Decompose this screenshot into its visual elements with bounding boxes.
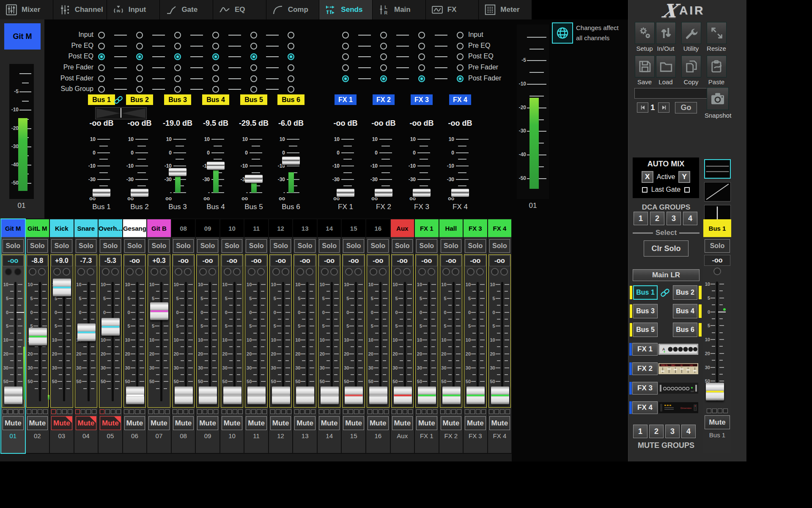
channel-fader-handle[interactable] bbox=[77, 323, 96, 341]
bus-tap-radio-bus-3-input[interactable] bbox=[174, 32, 181, 39]
changes-affect-all-button[interactable] bbox=[552, 22, 573, 44]
bus-tap-radio-bus-5-post-fader[interactable] bbox=[250, 75, 257, 82]
channel-knob[interactable] bbox=[713, 268, 721, 275]
bus-tap-radio-bus-6-sub-group[interactable] bbox=[288, 86, 294, 93]
select-fx-button-fx-4[interactable]: FX 4 bbox=[632, 401, 658, 414]
automix-y-button[interactable]: Y bbox=[678, 171, 690, 183]
channel-name-11[interactable]: 11 bbox=[244, 219, 268, 237]
fx-tap-radio-fx-4-post-eq[interactable] bbox=[457, 53, 464, 60]
tool-utility-button[interactable] bbox=[681, 22, 701, 44]
tab-comp[interactable]: Comp bbox=[266, 0, 320, 19]
channel-knob[interactable] bbox=[233, 268, 241, 276]
mute-group-indicator-4[interactable] bbox=[408, 409, 413, 414]
channel-fader-handle[interactable] bbox=[272, 387, 290, 404]
channel-fader-handle[interactable] bbox=[345, 387, 363, 404]
channel-knob[interactable] bbox=[354, 268, 362, 276]
channel-knob[interactable] bbox=[345, 268, 353, 276]
channel-fader-handle[interactable] bbox=[394, 387, 412, 404]
view-thumbnail-curve[interactable] bbox=[704, 182, 731, 202]
mute-group-indicator-4[interactable] bbox=[457, 409, 461, 414]
mute-group-indicator-1[interactable] bbox=[27, 409, 31, 414]
channel-knob[interactable] bbox=[135, 268, 143, 276]
mute-button-fx-3[interactable]: Mute bbox=[465, 416, 486, 430]
solo-button-bus-1[interactable]: Solo bbox=[705, 239, 730, 253]
mute-button-gesang[interactable]: Mute bbox=[124, 416, 145, 430]
fx-tap-radio-fx-2-post-eq[interactable] bbox=[380, 53, 387, 60]
mute-group-indicator-4[interactable] bbox=[140, 409, 145, 414]
select-fx-button-fx-2[interactable]: FX 2 bbox=[632, 362, 658, 375]
select-bus-button-bus-5[interactable]: Bus 5 bbox=[633, 323, 658, 337]
mute-group-indicator-3[interactable] bbox=[403, 409, 407, 414]
channel-knob[interactable] bbox=[403, 268, 411, 276]
channel-knob[interactable] bbox=[428, 268, 435, 276]
channel-knob[interactable] bbox=[491, 268, 499, 276]
send-destination-fx-4[interactable]: FX 4 bbox=[449, 94, 471, 105]
solo-button-12[interactable]: Solo bbox=[270, 239, 291, 253]
bus-tap-radio-bus-4-sub-group[interactable] bbox=[212, 86, 219, 93]
tab-meter[interactable]: Meter bbox=[479, 0, 532, 19]
fx-rack-thumbnail-fx-4[interactable]: Dimension bbox=[658, 402, 698, 413]
channel-knob[interactable] bbox=[29, 268, 36, 276]
mute-group-indicator-1[interactable] bbox=[489, 409, 494, 414]
channel-name-git-m[interactable]: Git M bbox=[1, 219, 25, 237]
channel-fader-handle[interactable] bbox=[53, 279, 71, 296]
channel-name-15[interactable]: 15 bbox=[342, 219, 365, 237]
mute-group-indicator-1[interactable] bbox=[465, 409, 469, 414]
bus-tap-radio-bus-2-post-fader[interactable] bbox=[136, 75, 143, 82]
bus-tap-radio-bus-3-pre-fader[interactable] bbox=[174, 64, 181, 71]
fx-tap-radio-fx-3-post-fader[interactable] bbox=[418, 75, 425, 82]
solo-button-fx-4[interactable]: Solo bbox=[489, 239, 510, 253]
channel-knob[interactable] bbox=[248, 268, 255, 276]
fx-rack-thumbnail-fx-2[interactable]: PRE DLDECHILVL bbox=[658, 363, 698, 374]
channel-knob[interactable] bbox=[53, 268, 61, 276]
mute-group-indicator-1[interactable] bbox=[416, 409, 421, 414]
send-destination-bus-2[interactable]: Bus 2 bbox=[126, 94, 153, 105]
mute-group-indicator-2[interactable] bbox=[178, 409, 183, 414]
mute-group-indicator-3[interactable] bbox=[718, 409, 722, 413]
mute-group-indicator-4[interactable] bbox=[311, 409, 315, 414]
send-destination-fx-1[interactable]: FX 1 bbox=[335, 94, 357, 105]
mute-group-indicator-3[interactable] bbox=[379, 409, 383, 414]
mute-group-indicator-2[interactable] bbox=[446, 409, 450, 414]
mute-group-indicator-1[interactable] bbox=[707, 409, 711, 413]
mute-group-button-1[interactable]: 1 bbox=[633, 425, 647, 438]
mute-group-indicator-4[interactable] bbox=[189, 409, 194, 414]
select-fx-button-fx-1[interactable]: FX 1 bbox=[632, 343, 658, 356]
channel-knob[interactable] bbox=[102, 268, 110, 276]
fx-tap-radio-fx-4-pre-fader[interactable] bbox=[457, 64, 464, 71]
send-fader-handle[interactable] bbox=[207, 162, 225, 170]
mute-group-indicator-3[interactable] bbox=[184, 409, 188, 414]
channel-knob[interactable] bbox=[272, 268, 280, 276]
mute-group-indicator-4[interactable] bbox=[68, 409, 72, 414]
channel-fader-handle[interactable] bbox=[247, 387, 266, 404]
solo-button-git-b[interactable]: Solo bbox=[148, 239, 170, 253]
channel-knob[interactable] bbox=[151, 268, 158, 276]
dca-group-button-4[interactable]: 4 bbox=[683, 212, 697, 225]
channel-knob[interactable] bbox=[184, 268, 192, 276]
mute-button-git-m[interactable]: Mute bbox=[3, 416, 24, 430]
mute-group-indicator-4[interactable] bbox=[359, 409, 364, 414]
view-thumbnail-meters[interactable] bbox=[704, 159, 731, 179]
channel-name-snare[interactable]: Snare bbox=[74, 219, 98, 237]
channel-knob[interactable] bbox=[87, 268, 94, 276]
mute-group-indicator-3[interactable] bbox=[476, 409, 480, 414]
bus-tap-radio-bus-1-post-fader[interactable] bbox=[98, 75, 105, 82]
channel-knob[interactable] bbox=[500, 268, 508, 276]
mute-group-indicator-1[interactable] bbox=[294, 409, 299, 414]
fx-tap-radio-fx-4-pre-eq[interactable] bbox=[457, 43, 464, 50]
mute-group-indicator-3[interactable] bbox=[38, 409, 42, 414]
bus-tap-radio-bus-4-post-fader[interactable] bbox=[212, 75, 219, 82]
channel-name-fx-3[interactable]: FX 3 bbox=[464, 219, 487, 237]
fx-tap-radio-fx-2-post-fader[interactable] bbox=[380, 75, 387, 82]
dca-group-button-1[interactable]: 1 bbox=[634, 212, 648, 225]
mute-group-indicator-1[interactable] bbox=[222, 409, 226, 414]
snapshot-name-field[interactable] bbox=[634, 88, 713, 99]
channel-fader-handle[interactable] bbox=[223, 387, 241, 404]
mute-button-11[interactable]: Mute bbox=[246, 416, 267, 430]
mute-group-indicator-4[interactable] bbox=[384, 409, 389, 414]
tab-input[interactable]: INInput bbox=[107, 0, 160, 19]
mute-button-bus-1[interactable]: Mute bbox=[705, 415, 730, 429]
channel-name-gesang[interactable]: Gesang bbox=[123, 219, 147, 237]
mute-group-indicator-4[interactable] bbox=[481, 409, 486, 414]
mute-button-14[interactable]: Mute bbox=[319, 416, 340, 430]
